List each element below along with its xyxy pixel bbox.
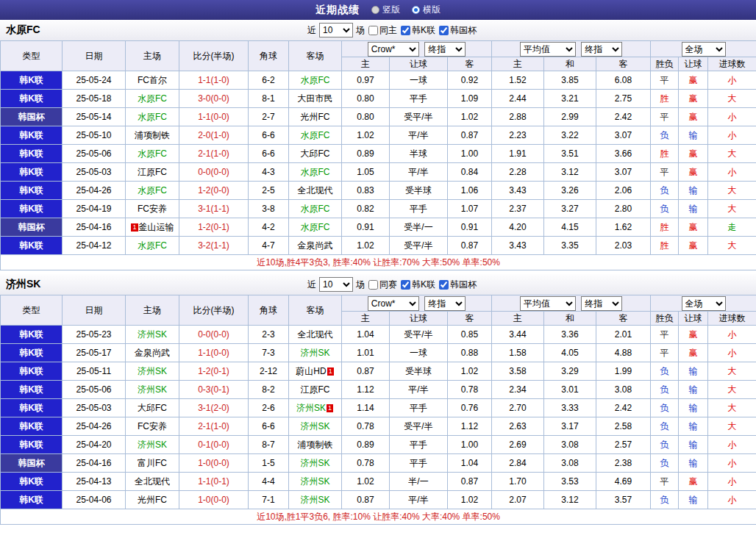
avg-draw-cell: 3.29 [544, 362, 596, 381]
score-cell: 1-0(0-0) [179, 491, 249, 509]
league-filter[interactable]: 韩K联 [400, 24, 435, 37]
col-header-type: 类型 [1, 41, 63, 71]
goals-result-cell: 走 [708, 218, 756, 237]
col-header-euro-draw: 和 [544, 312, 596, 326]
handicap-cell: 平手 [390, 399, 448, 417]
col-header-euro-away: 客 [596, 312, 651, 326]
match-row: 韩国杯25-04-161釜山运输1-2(0-1)4-2水原FC0.91受半/一0… [1, 218, 756, 237]
match-count-select[interactable]: 10 [319, 277, 353, 292]
section-head: 水原FC 近 10 场 同主 韩K联 韩国杯 [0, 20, 756, 40]
goals-result-cell: 大 [708, 90, 756, 108]
outcome-cell: 平 [651, 344, 679, 362]
team-label: 济州SK [138, 384, 167, 395]
cup-filter-checkbox[interactable] [439, 280, 449, 290]
summary-stats: 近10场,胜1平3负6, 胜率:10% 让胜率:40% 大率:40% 单率:50… [1, 509, 756, 525]
euro-stage-select[interactable]: 终指 [581, 296, 622, 311]
average-select[interactable]: 平均值 [520, 296, 576, 311]
date-cell: 25-05-11 [63, 362, 126, 381]
same-filter[interactable]: 同主 [368, 24, 397, 37]
team-label: 水原FC [138, 185, 167, 196]
average-select[interactable]: 平均值 [520, 42, 576, 57]
same-filter[interactable]: 同赛 [368, 279, 397, 291]
corner-cell: 2-6 [249, 399, 289, 417]
score-cell: 1-2(0-1) [179, 362, 249, 381]
handicap-result-cell: 赢 [679, 218, 708, 237]
cup-filter[interactable]: 韩国杯 [438, 24, 477, 37]
handicap-result-cell: 赢 [679, 163, 708, 182]
date-cell: 25-05-10 [63, 126, 126, 145]
col-header-euro-home: 主 [492, 57, 544, 71]
league-filter-checkbox[interactable] [401, 280, 410, 290]
home-team-cell: 水原FC [126, 90, 179, 108]
score-cell: 1-1(0-1) [179, 473, 249, 491]
corner-cell: 6-6 [249, 417, 289, 436]
match-row: 韩K联25-04-26FC安养2-1(1-0)6-6济州SK0.78受平/半1.… [1, 417, 756, 436]
asian-odds-group-header: Crow* 终指 [342, 41, 492, 57]
corner-cell: 1-5 [249, 454, 289, 473]
away-team-cell: 光州FC [289, 108, 342, 126]
match-row: 韩K联25-04-26水原FC1-2(0-0)2-5全北现代0.83受半球1.0… [1, 182, 756, 200]
odds-stage-select[interactable]: 终指 [424, 296, 466, 311]
euro-stage-select[interactable]: 终指 [581, 42, 622, 57]
avg-away-cell: 3.07 [596, 163, 651, 182]
avg-away-cell: 1.62 [596, 218, 651, 237]
home-team-cell: FC首尔 [126, 71, 179, 90]
odds-away-cell: 1.06 [448, 182, 492, 200]
team-label: 全北现代 [135, 476, 170, 487]
layout-mode-horizontal[interactable]: 横版 [412, 4, 441, 16]
red-card-badge: 1 [327, 404, 333, 412]
odds-home-cell: 0.97 [342, 71, 390, 90]
score-cell: 1-1(0-0) [179, 344, 249, 362]
col-header-home: 主场 [126, 41, 179, 71]
match-row: 韩K联25-05-03江原FC0-0(0-0)4-3水原FC1.05平/半0.8… [1, 163, 756, 182]
same-filter-label: 同主 [379, 24, 397, 37]
avg-home-cell: 2.07 [492, 491, 544, 509]
cup-filter-checkbox[interactable] [439, 26, 449, 35]
handicap-cell: 一球 [390, 71, 448, 90]
odds-away-cell: 0.78 [448, 381, 492, 399]
odds-home-cell: 0.91 [342, 218, 390, 237]
col-header-handicap-result: 让球 [679, 312, 708, 326]
avg-draw-cell: 2.99 [544, 108, 596, 126]
bookmaker-select[interactable]: Crow* [368, 296, 419, 311]
avg-draw-cell: 3.27 [544, 200, 596, 218]
handicap-cell: 平/半 [390, 163, 448, 182]
odds-away-cell: 1.00 [448, 145, 492, 163]
avg-draw-cell: 3.85 [544, 71, 596, 90]
avg-home-cell: 2.88 [492, 108, 544, 126]
league-filter-checkbox[interactable] [401, 26, 410, 35]
layout-mode-vertical[interactable]: 竖版 [371, 4, 400, 16]
col-header-corner: 角球 [249, 41, 289, 71]
team-section-jeju: 济州SK 近 10 场 同赛 韩K联 韩国杯 [0, 274, 756, 525]
cup-filter[interactable]: 韩国杯 [438, 279, 477, 291]
col-header-asian-away: 客 [448, 312, 492, 326]
corner-cell: 2-5 [249, 182, 289, 200]
team-label: 济州SK [138, 440, 167, 450]
avg-home-cell: 2.28 [492, 163, 544, 182]
fulltime-select[interactable]: 全场 [682, 296, 726, 311]
competition-cell: 韩K联 [1, 436, 63, 454]
odds-stage-select[interactable]: 终指 [424, 42, 466, 57]
competition-cell: 韩K联 [1, 71, 63, 90]
odds-home-cell: 1.05 [342, 163, 390, 182]
avg-home-cell: 2.63 [492, 417, 544, 436]
same-filter-checkbox[interactable] [368, 26, 378, 35]
home-team-cell: 水原FC [126, 108, 179, 126]
same-filter-checkbox[interactable] [368, 280, 378, 290]
corner-cell: 2-7 [249, 108, 289, 126]
league-filter[interactable]: 韩K联 [400, 279, 435, 291]
odds-away-cell: 0.76 [448, 399, 492, 417]
team-label: 全北现代 [298, 185, 333, 196]
goals-result-cell: 小 [708, 163, 756, 182]
fulltime-select[interactable]: 全场 [682, 42, 726, 57]
goals-result-cell: 大 [708, 145, 756, 163]
handicap-result-cell: 输 [679, 454, 708, 473]
avg-draw-cell: 3.08 [544, 436, 596, 454]
outcome-cell: 负 [651, 417, 679, 436]
bookmaker-select[interactable]: Crow* [368, 42, 419, 57]
date-cell: 25-05-23 [63, 326, 126, 344]
red-card-badge: 1 [131, 223, 138, 232]
mode-label: 横版 [423, 4, 441, 16]
home-team-cell: 1釜山运输 [126, 218, 179, 237]
match-count-select[interactable]: 10 [319, 23, 353, 37]
